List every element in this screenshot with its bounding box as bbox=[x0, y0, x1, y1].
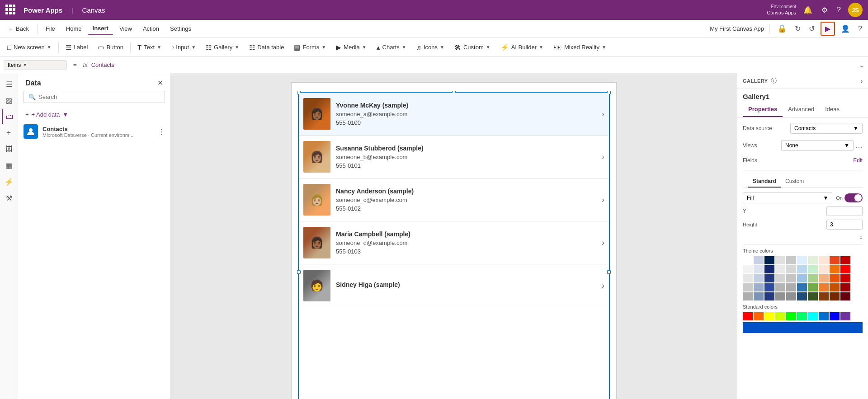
color-cell[interactable] bbox=[786, 265, 796, 273]
std-color-cell[interactable] bbox=[775, 312, 785, 320]
data-search-input[interactable] bbox=[38, 94, 160, 100]
help-button[interactable]: ? bbox=[835, 4, 843, 16]
help-menu-icon[interactable]: ? bbox=[856, 23, 864, 35]
contact-chevron-4[interactable]: › bbox=[602, 281, 604, 291]
input-button[interactable]: ▫ Input ▼ bbox=[167, 41, 200, 53]
color-cell[interactable] bbox=[797, 292, 807, 300]
color-cell[interactable] bbox=[743, 265, 753, 273]
label-button[interactable]: ☰ Label bbox=[61, 41, 93, 54]
codev-icon[interactable]: 🔓 bbox=[775, 22, 789, 35]
color-cell[interactable] bbox=[808, 265, 818, 273]
rp-views-dropdown[interactable]: None ▼ bbox=[781, 140, 854, 151]
formula-input[interactable] bbox=[91, 61, 855, 68]
color-cell[interactable] bbox=[754, 256, 764, 264]
rp-datasource-dropdown[interactable]: Contacts ▼ bbox=[790, 123, 863, 134]
contact-chevron-1[interactable]: › bbox=[602, 152, 604, 162]
rp-toggle[interactable] bbox=[844, 193, 863, 202]
color-cell[interactable] bbox=[819, 274, 829, 282]
rp-tab-ideas[interactable]: Ideas bbox=[820, 102, 845, 117]
icons-button[interactable]: ♬ Icons ▼ bbox=[412, 41, 449, 53]
color-cell[interactable] bbox=[743, 283, 753, 291]
gallery-item-4[interactable]: 🧑 Sidney Higa (sample) › bbox=[299, 264, 609, 307]
std-color-cell[interactable] bbox=[743, 312, 753, 320]
mixed-reality-button[interactable]: 👀 Mixed Reality ▼ bbox=[549, 41, 611, 54]
person-add-icon[interactable]: 👤 bbox=[839, 22, 852, 35]
rp-y-input[interactable] bbox=[826, 206, 863, 216]
color-cell[interactable] bbox=[754, 265, 764, 273]
sidebar-media[interactable]: 🖼 bbox=[2, 142, 16, 156]
color-cell[interactable] bbox=[830, 274, 840, 282]
color-cell[interactable] bbox=[754, 292, 764, 300]
color-cell[interactable] bbox=[830, 283, 840, 291]
rp-fill-dropdown[interactable]: Fill ▼ bbox=[743, 192, 832, 203]
rp-tab-advanced[interactable]: Advanced bbox=[783, 102, 820, 117]
button-tool[interactable]: ▭ Button bbox=[93, 41, 128, 54]
contact-chevron-0[interactable]: › bbox=[602, 109, 604, 119]
sidebar-data[interactable]: 🗃 bbox=[2, 109, 16, 124]
sidebar-plus[interactable]: + bbox=[2, 126, 16, 140]
insert-menu[interactable]: Insert bbox=[88, 22, 113, 35]
help-circle-icon[interactable]: ⓘ bbox=[771, 77, 777, 85]
color-cell[interactable] bbox=[754, 274, 764, 282]
color-cell[interactable] bbox=[797, 265, 807, 273]
color-cell[interactable] bbox=[840, 292, 850, 300]
rp-views-more-icon[interactable]: … bbox=[855, 141, 863, 150]
contact-chevron-3[interactable]: › bbox=[602, 238, 604, 248]
color-cell[interactable] bbox=[808, 283, 818, 291]
color-cell[interactable] bbox=[786, 256, 796, 264]
color-cell[interactable] bbox=[754, 283, 764, 291]
gallery-button[interactable]: ☷ Gallery ▼ bbox=[201, 41, 244, 54]
std-color-cell[interactable] bbox=[830, 312, 840, 320]
color-cell[interactable] bbox=[819, 292, 829, 300]
gallery-item-0[interactable]: 👩🏾 Yvonne McKay (sample) someone_a@examp… bbox=[299, 93, 609, 136]
color-cell[interactable] bbox=[775, 274, 785, 282]
resize-icon[interactable]: ↕ bbox=[859, 233, 863, 240]
color-cell[interactable] bbox=[786, 292, 796, 300]
action-menu[interactable]: Action bbox=[138, 23, 164, 35]
color-cell[interactable] bbox=[819, 283, 829, 291]
sidebar-components[interactable]: ▦ bbox=[2, 158, 16, 173]
color-cell[interactable] bbox=[764, 256, 774, 264]
color-cell[interactable] bbox=[797, 283, 807, 291]
data-table-button[interactable]: ☷ Data table bbox=[245, 41, 288, 54]
color-cell[interactable] bbox=[775, 256, 785, 264]
home-menu[interactable]: Home bbox=[61, 23, 86, 35]
text-button[interactable]: T Text ▼ bbox=[133, 41, 166, 53]
play-button[interactable]: ▶ bbox=[821, 22, 835, 36]
color-cell[interactable] bbox=[743, 256, 753, 264]
color-cell[interactable] bbox=[764, 265, 774, 273]
std-color-cell[interactable] bbox=[840, 312, 850, 320]
std-color-cell[interactable] bbox=[786, 312, 796, 320]
property-dropdown[interactable]: Items ▼ bbox=[4, 60, 67, 70]
std-color-cell[interactable] bbox=[797, 312, 807, 320]
color-cell[interactable] bbox=[797, 256, 807, 264]
std-color-cell[interactable] bbox=[819, 312, 829, 320]
new-screen-button[interactable]: □ New screen ▼ bbox=[3, 41, 56, 53]
color-cell[interactable] bbox=[819, 265, 829, 273]
color-cell[interactable] bbox=[808, 274, 818, 282]
color-cell[interactable] bbox=[819, 256, 829, 264]
color-cell[interactable] bbox=[743, 274, 753, 282]
data-source-contacts[interactable]: Contacts Microsoft Dataverse · Current e… bbox=[18, 121, 170, 142]
environment-info[interactable]: Environment Canvas Apps bbox=[767, 4, 796, 16]
file-menu[interactable]: File bbox=[41, 23, 60, 35]
media-button[interactable]: ▶ Media ▼ bbox=[331, 41, 371, 54]
canvas-frame[interactable]: 👩🏾 Yvonne McKay (sample) someone_a@examp… bbox=[291, 82, 617, 399]
waffle-icon[interactable] bbox=[5, 5, 16, 15]
sidebar-hamburger[interactable]: ☰ bbox=[2, 77, 16, 91]
std-color-cell[interactable] bbox=[808, 312, 818, 320]
blue-swatch[interactable] bbox=[743, 322, 863, 333]
color-cell[interactable] bbox=[840, 256, 850, 264]
rp-sub-tab-standard[interactable]: Standard bbox=[748, 176, 781, 188]
add-data-button[interactable]: + + Add data ▼ bbox=[18, 108, 170, 121]
std-color-cell[interactable] bbox=[764, 312, 774, 320]
custom-button[interactable]: 🛠 Custom ▼ bbox=[450, 41, 495, 53]
settings-gear-icon[interactable]: ⚙ bbox=[820, 4, 830, 16]
redo-button[interactable]: ↺ bbox=[807, 22, 817, 35]
color-cell[interactable] bbox=[830, 256, 840, 264]
rp-tab-properties[interactable]: Properties bbox=[743, 102, 783, 117]
rp-fields-edit[interactable]: Edit bbox=[853, 157, 863, 164]
data-search-box[interactable]: 🔍 bbox=[24, 91, 165, 103]
color-cell[interactable] bbox=[775, 265, 785, 273]
waffle-menu[interactable] bbox=[5, 5, 16, 15]
